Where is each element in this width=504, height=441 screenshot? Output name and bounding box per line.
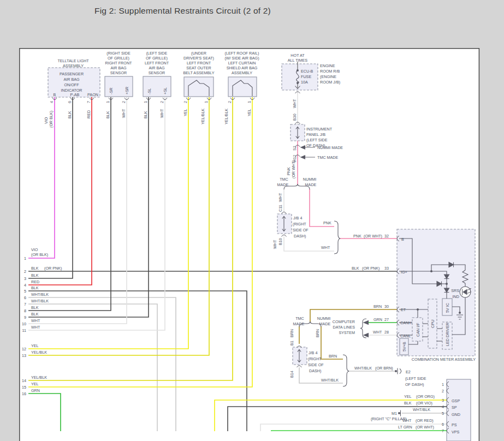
diagram-label: BLK	[67, 111, 72, 118]
junction-dot	[297, 69, 299, 71]
diagram-label: AIR BAG	[149, 65, 165, 70]
diagram-label: 9	[24, 315, 26, 320]
diagram-label: YEL	[247, 109, 252, 116]
junction-dot	[398, 412, 400, 414]
diagram-label: (OR WHT)	[364, 234, 382, 239]
diagram-label: MADE	[277, 182, 289, 187]
diagram-label: (UNDER	[191, 51, 206, 56]
diagram-label: INSTRUMENT	[306, 127, 333, 132]
diagram-label: WHT/BLK	[413, 407, 430, 412]
diagram-label: YEL	[183, 109, 188, 116]
diagram-label: TELLTALE LIGHT	[57, 58, 89, 63]
diagram-label: GND	[452, 412, 460, 417]
diagram-label: TMC MADE	[317, 155, 339, 160]
diagram-label: (W/ SIDE AIR BAG)	[224, 56, 259, 61]
diagram-label: SEAT OUTER	[186, 65, 211, 70]
diagram-label: 10A	[301, 80, 308, 85]
diagram-label: NUMMI MADE	[317, 145, 343, 150]
diagram-label: MADE	[305, 182, 317, 187]
diagram-label: OF GRILLE)	[108, 56, 129, 61]
diagram-label: CAN I/F	[416, 323, 420, 337]
diagram-label: BLK	[31, 273, 39, 278]
diagram-label: 6	[24, 295, 26, 300]
diagram-label: 4	[442, 404, 444, 409]
diagram-label: PNK	[286, 167, 291, 175]
diagram-label: (OR WHT)	[291, 160, 296, 178]
diagram-label: WHT	[321, 245, 330, 250]
diagram-label: ASSEMBLY	[63, 63, 84, 68]
wiring-diagram: TELLTALE LIGHTASSEMBLYPASSENGERAIR BAGON…	[0, 0, 504, 441]
diagram-label: J/B 4	[309, 350, 317, 355]
diagram-label: BLK	[105, 111, 110, 118]
diagram-label: 3	[24, 276, 26, 281]
diagram-label: WHT	[121, 109, 126, 118]
diagram-label: WHT/BLK	[321, 378, 339, 383]
diagram-label: WHT	[159, 109, 164, 118]
diagram-label: AIR BAG	[110, 65, 127, 70]
diagram-label: 1	[204, 101, 209, 103]
diagram-label: AIR BAG	[63, 77, 80, 82]
diagram-label: YEL/BLK	[31, 350, 47, 355]
diagram-label: (LEFT SIDE	[146, 51, 168, 56]
diagram-label: OF DASH)	[405, 382, 424, 387]
diagram-label: 2	[183, 101, 188, 103]
diagram-label: (OR PNK)	[44, 266, 62, 271]
junction-dot	[395, 370, 397, 372]
diagram-label: 3	[442, 398, 444, 403]
diagram-label: B10	[278, 238, 283, 245]
diagram-label: 11	[22, 328, 26, 333]
diagram-label: HOT AT	[290, 53, 305, 58]
diagram-label: VIO	[44, 117, 49, 124]
diagram-label: B14	[289, 371, 294, 378]
diagram-label: 2	[442, 389, 444, 394]
diagram-label: BRN	[329, 354, 337, 359]
diagram-label: 30	[384, 304, 389, 309]
diagram-label: WHT/BLK	[31, 299, 49, 303]
diagram-label: BLK	[31, 312, 39, 317]
diagram-label: 15	[22, 385, 26, 390]
diagram-label: 6	[67, 101, 72, 103]
diagram-label: (RIGHT "C" PILLAR)	[371, 416, 407, 421]
diagram-label: 10	[22, 321, 26, 326]
diagram-label: 2	[227, 101, 232, 103]
diagram-label: (LEFT SIDE	[405, 376, 426, 381]
diagram-label: M1	[392, 411, 397, 416]
diagram-label: (RIGHT	[308, 356, 322, 361]
diagram-label: 32	[384, 234, 389, 239]
diagram-label: VIO	[31, 247, 38, 252]
diagram-label: (ENGINE	[320, 74, 336, 79]
diagram-label: -SL	[147, 88, 152, 94]
diagram-label: 6	[442, 422, 444, 427]
diagram-label: WHT	[373, 330, 382, 335]
diagram-label: WHT	[31, 318, 40, 323]
diagram-label: 5V IC	[445, 303, 450, 313]
diagram-label: BLK	[352, 266, 359, 271]
diagram-label: (OR WHT)	[416, 425, 434, 430]
diagram-label: B30	[292, 114, 297, 121]
diagram-label: 8	[24, 308, 26, 313]
diagram-label: WHT	[292, 99, 297, 108]
diagram-label: (OR BRN)	[375, 366, 393, 371]
diagram-label: RED	[86, 110, 91, 118]
diagram-label: BLK	[143, 111, 148, 118]
diagram-label: (OR RED)	[416, 418, 434, 423]
diagram-label: B1	[289, 341, 294, 345]
diagram-label: 27	[384, 317, 389, 322]
diagram-label: BLK	[31, 285, 39, 290]
diagram-label: YEL/BLK	[200, 109, 205, 124]
diagram-label: RED	[31, 279, 39, 284]
diagram-label: YEL	[31, 382, 39, 386]
diagram-label: LEFT FRONT	[145, 61, 169, 65]
diagram-label: 7	[24, 302, 26, 307]
diagram-label: SENSOR	[110, 70, 127, 75]
junction-dot	[430, 270, 432, 272]
diagram-label: PAON	[87, 92, 98, 97]
diagram-label: ON/OFF	[64, 82, 79, 87]
diagram-label: 4	[24, 283, 26, 288]
diagram-label: YEL/BLK	[224, 109, 229, 124]
diagram-label: IG+	[401, 270, 407, 275]
diagram-label: MADE	[319, 321, 331, 326]
diagram-label: WHT/BLK	[354, 366, 372, 371]
diagram-label: LT GRN	[398, 425, 412, 430]
diagram-label: 1	[105, 101, 110, 103]
